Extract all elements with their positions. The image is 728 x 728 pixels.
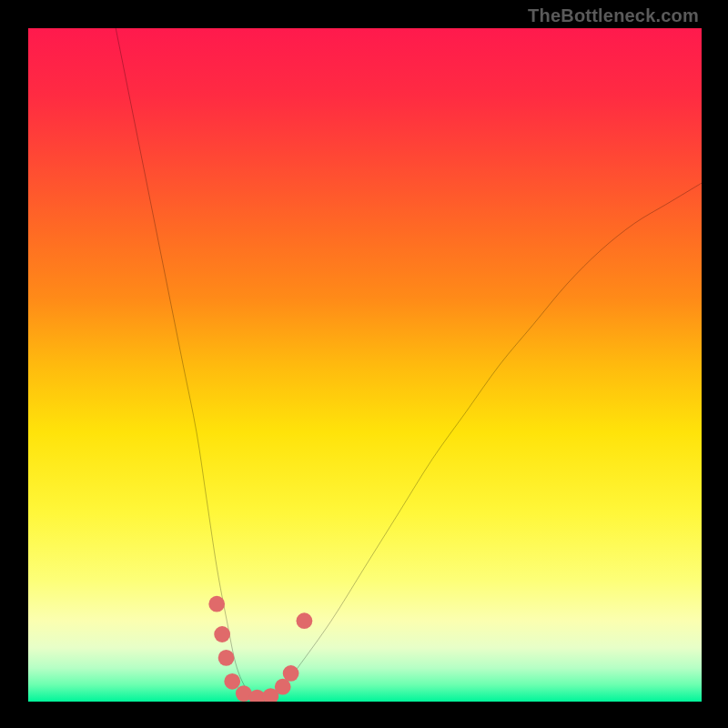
data-marker: [297, 612, 313, 629]
data-marker: [275, 679, 291, 695]
data-marker: [224, 673, 240, 690]
data-marker: [218, 650, 235, 666]
data-marker: [283, 665, 299, 682]
watermark-text: TheBottleneck.com: [528, 5, 699, 26]
data-marker: [208, 596, 225, 612]
data-marker: [214, 626, 230, 642]
